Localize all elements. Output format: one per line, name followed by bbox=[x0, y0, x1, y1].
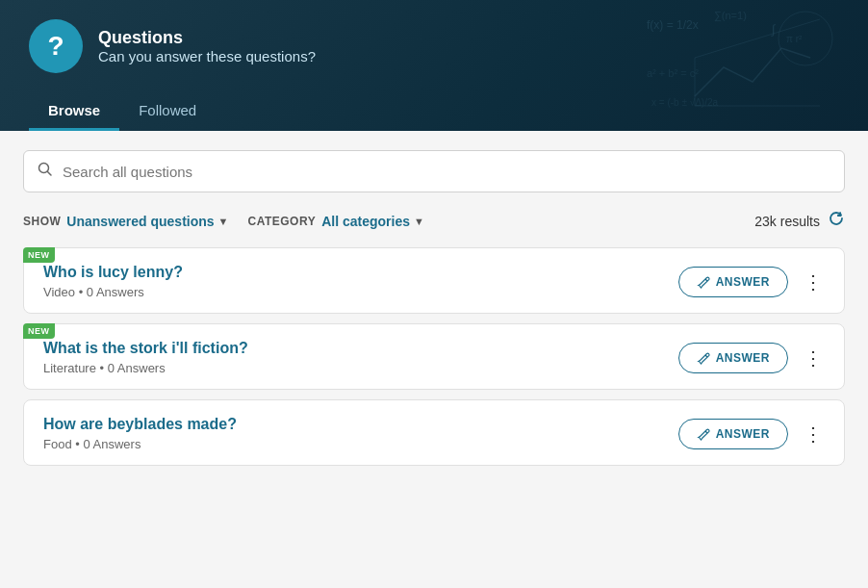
category-filter-group: CATEGORY All categories ▼ bbox=[248, 212, 424, 231]
question-title: What is the stork i'll fiction? bbox=[43, 340, 678, 357]
answer-button[interactable]: ANSWER bbox=[678, 267, 788, 297]
new-badge: NEW bbox=[23, 323, 55, 339]
header-text: Questions Can you answer these questions… bbox=[98, 28, 316, 64]
pencil-icon bbox=[697, 351, 710, 365]
question-info: What is the stork i'll fiction? Literatu… bbox=[43, 340, 678, 375]
svg-line-12 bbox=[705, 279, 707, 281]
more-options-button[interactable]: ⋮ bbox=[798, 268, 829, 295]
questions-icon: ? bbox=[29, 19, 83, 73]
filters-row: SHOW Unanswered questions ▼ CATEGORY All… bbox=[23, 210, 845, 232]
header-subtitle: Can you answer these questions? bbox=[98, 48, 316, 64]
question-actions: ANSWER ⋮ bbox=[678, 419, 829, 449]
header-bg-art: f(x) = 1/2x ∑(n=1) ∫ π r² a² + b² = c² x… bbox=[637, 0, 849, 125]
category-label: CATEGORY bbox=[248, 215, 317, 228]
svg-text:∑(n=1): ∑(n=1) bbox=[714, 10, 747, 22]
questions-list: NEW Who is lucy lenny? Video • 0 Answers… bbox=[23, 247, 845, 466]
svg-text:π r²: π r² bbox=[786, 34, 803, 44]
tab-browse[interactable]: Browse bbox=[29, 92, 119, 131]
show-label: SHOW bbox=[23, 215, 61, 228]
question-info: How are beyblades made? Food • 0 Answers bbox=[43, 416, 678, 451]
search-input[interactable] bbox=[63, 164, 830, 180]
pencil-icon bbox=[697, 275, 710, 289]
question-title: Who is lucy lenny? bbox=[43, 264, 678, 281]
show-filter-group: SHOW Unanswered questions ▼ bbox=[23, 212, 229, 231]
svg-line-14 bbox=[705, 431, 707, 433]
question-actions: ANSWER ⋮ bbox=[678, 267, 829, 297]
refresh-icon[interactable] bbox=[828, 210, 845, 232]
new-badge: NEW bbox=[23, 247, 55, 263]
svg-text:f(x) = 1/2x: f(x) = 1/2x bbox=[647, 18, 699, 32]
search-bar bbox=[23, 150, 845, 192]
tab-followed[interactable]: Followed bbox=[119, 92, 216, 131]
header: f(x) = 1/2x ∑(n=1) ∫ π r² a² + b² = c² x… bbox=[0, 0, 868, 131]
svg-line-11 bbox=[48, 172, 52, 176]
search-icon bbox=[38, 162, 53, 181]
answer-button[interactable]: ANSWER bbox=[678, 419, 788, 449]
question-meta: Food • 0 Answers bbox=[43, 437, 678, 451]
more-options-button[interactable]: ⋮ bbox=[798, 345, 829, 371]
question-actions: ANSWER ⋮ bbox=[678, 343, 829, 373]
results-count-text: 23k results bbox=[754, 214, 820, 229]
main-content: SHOW Unanswered questions ▼ CATEGORY All… bbox=[0, 131, 868, 485]
results-count: 23k results bbox=[754, 210, 845, 232]
question-card: NEW Who is lucy lenny? Video • 0 Answers… bbox=[23, 247, 845, 314]
question-meta: Literature • 0 Answers bbox=[43, 361, 678, 375]
show-dropdown[interactable]: Unanswered questions ▼ bbox=[66, 212, 228, 231]
show-dropdown-arrow: ▼ bbox=[218, 216, 229, 227]
svg-line-13 bbox=[705, 355, 707, 357]
question-info: Who is lucy lenny? Video • 0 Answers bbox=[43, 264, 678, 299]
category-dropdown[interactable]: All categories ▼ bbox=[321, 212, 424, 231]
answer-button[interactable]: ANSWER bbox=[678, 343, 788, 373]
question-card: How are beyblades made? Food • 0 Answers… bbox=[23, 399, 845, 466]
header-title: Questions bbox=[98, 28, 316, 48]
question-card: NEW What is the stork i'll fiction? Lite… bbox=[23, 323, 845, 390]
svg-text:a² + b² = c²: a² + b² = c² bbox=[647, 67, 699, 79]
pencil-icon bbox=[697, 427, 710, 441]
category-dropdown-arrow: ▼ bbox=[414, 216, 424, 227]
question-meta: Video • 0 Answers bbox=[43, 285, 678, 299]
svg-text:x = (-b ± √Δ)/2a: x = (-b ± √Δ)/2a bbox=[651, 97, 719, 108]
more-options-button[interactable]: ⋮ bbox=[798, 421, 829, 447]
question-title: How are beyblades made? bbox=[43, 416, 678, 433]
